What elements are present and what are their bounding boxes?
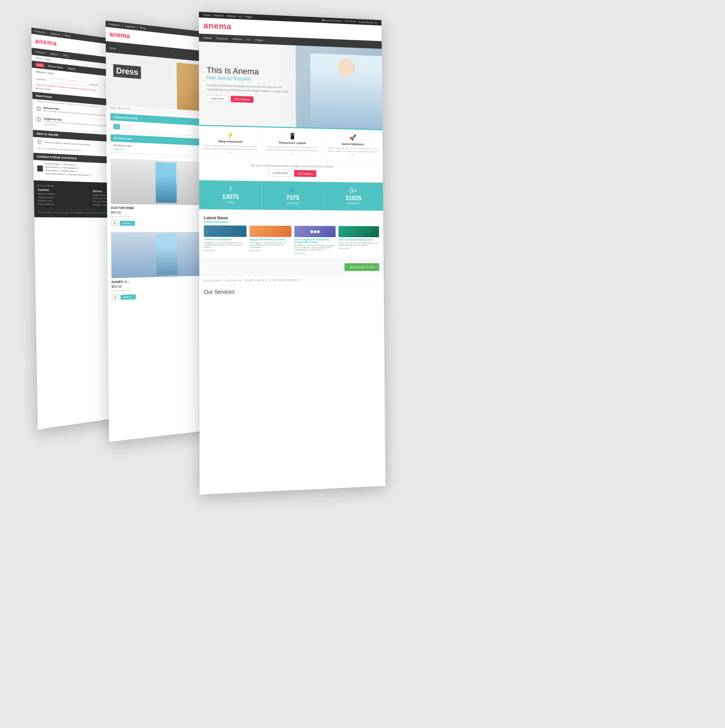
warpframe-link[interactable]: WarpFrame	[75, 212, 84, 214]
forum-topbar-blog[interactable]: Blog	[65, 34, 70, 38]
googleplus-label: Followers	[326, 202, 381, 205]
feature-responsive-title: Responsive Layout	[266, 141, 319, 145]
product-2-figure	[156, 234, 178, 275]
twitter-count: 7375	[265, 194, 320, 202]
forum-nav-layouts[interactable]: Layouts	[50, 52, 58, 56]
facebook-icon: f	[202, 186, 259, 193]
twitter-label: Followers	[265, 201, 320, 205]
hero-features-btn[interactable]: Our Features	[231, 96, 254, 103]
topic-icon-suggestion: 💬	[36, 116, 41, 122]
main-logo: anema	[203, 21, 231, 32]
news-title-2[interactable]: Happy 10th Birthday Joomla!	[249, 238, 292, 241]
scene: Features | Layouts | Blog anema Features…	[0, 0, 725, 728]
cta-text: We are a small creative team, trying to …	[204, 163, 379, 169]
social-twitter: 🐦 7375 Followers	[262, 181, 324, 210]
shop-logo: anema	[109, 30, 130, 40]
footer-customer-items: Terms & ConditionShipping ChargeShipping…	[38, 192, 90, 207]
main-topbar-pages[interactable]: Pages	[245, 15, 252, 18]
password-label: Password	[90, 83, 103, 87]
topbar-hours: SAT: 08 AM	[344, 20, 356, 23]
news-thumb-1	[204, 225, 246, 237]
online-text: Total users online: 0 Members and 1 Gues…	[44, 141, 90, 146]
news-desc-4: Do you want to start an online store? Th…	[339, 242, 379, 246]
news-item-1: Joomla 3.4.3 released Joomla 3.4.3 is no…	[204, 225, 247, 254]
product-1-figure	[155, 162, 177, 203]
main-topbar-home[interactable]: Home	[203, 13, 210, 16]
shop-topbar-blog[interactable]: Blog	[140, 26, 146, 30]
cta-buttons: ℹ Learn More Our Features	[204, 169, 379, 178]
social-facebook: f 13075 Likes	[199, 180, 262, 210]
forum-logo: anema	[35, 37, 57, 47]
currency-select[interactable]	[121, 125, 132, 130]
main-hero-image	[295, 45, 382, 129]
main-cta-bar: We are a small creative team, trying to …	[199, 158, 383, 183]
shop-hero-text: Dress	[113, 64, 141, 79]
feature-warp: ⚡ Warp Framework Nullam vulputate nibh a…	[199, 126, 262, 159]
footer-customer-title: Customer	[38, 189, 90, 192]
speed-icon: 🚀	[326, 133, 379, 141]
product-2-qty[interactable]: 1	[112, 293, 119, 300]
main-nav-home[interactable]: Home	[203, 36, 212, 40]
news-read-more-4[interactable]: Read More	[339, 247, 379, 249]
stats-text: Total Messages: 1 Total Topics: 1 Total …	[45, 162, 90, 177]
hero-learn-more-btn[interactable]: Learn More	[207, 95, 228, 102]
news-thumb-3: ⬣⬣⬣	[294, 226, 336, 237]
product-2-add-btn[interactable]: Add to...	[120, 294, 136, 300]
topic-icon-welcome: 💬	[36, 106, 41, 111]
facebook-count: 13075	[202, 193, 259, 201]
news-title-3[interactable]: One comparison: WordPress, Drupal and Jo…	[294, 238, 336, 244]
services-title: Our Services	[204, 288, 379, 295]
main-elegant-tagline: ELEGANT JOOMLA TEMPLATES FOR BUSINESS	[199, 275, 384, 285]
forum-tab-index[interactable]: Index	[35, 62, 44, 67]
news-item-2: Happy 10th Birthday Joomla! On August 17…	[249, 226, 292, 254]
topbar-phone: ☎ 04 800 POSMAN	[322, 19, 341, 22]
news-read-more-1[interactable]: Read More	[204, 249, 246, 252]
cta-learn-more-btn[interactable]: ℹ Learn More	[269, 170, 292, 177]
news-desc-2: On August 17 Joomla will turn ten. 10 ye…	[249, 241, 292, 248]
news-title-1[interactable]: Joomla 3.4.3 released	[204, 238, 246, 241]
news-desc-1: Joomla 3.4.3 is now available. This is a…	[204, 241, 246, 248]
shop-topbar-layouts[interactable]: Layouts	[125, 24, 135, 29]
product-1-qty[interactable]: 1	[111, 220, 118, 226]
news-thumb-2	[249, 226, 292, 237]
shop-nav-home[interactable]: Home	[110, 47, 116, 50]
news-title-4[interactable]: Top 5 Joomla shopping carts	[338, 238, 379, 241]
warp-icon: ⚡	[203, 131, 258, 139]
main-topbar-features[interactable]: Features	[213, 14, 224, 17]
online-user-icon	[37, 139, 43, 145]
feature-speed: 🚀 Speed Optimizer Nullam vulputate nibh …	[323, 129, 383, 161]
main-topbar-k2[interactable]: K2	[239, 15, 242, 18]
forum-topbar-layouts[interactable]: Layouts	[50, 32, 60, 36]
news-item-3: ⬣⬣⬣ One comparison: WordPress, Drupal an…	[294, 226, 336, 254]
forum-nav-blog[interactable]: Blog	[63, 54, 68, 57]
currency-symbol: $	[113, 124, 120, 130]
news-read-more-2[interactable]: Read More	[249, 249, 292, 252]
forum-topbar-features[interactable]: Features	[34, 30, 45, 34]
cta-features-btn[interactable]: Our Features	[294, 170, 317, 177]
main-nav-features[interactable]: Features	[216, 37, 228, 41]
news-title: Latest News	[204, 215, 228, 222]
main-hero-desc: It's clean and professional design is pe…	[207, 84, 289, 94]
main-services-section: Our Services	[199, 284, 384, 298]
hero-person	[310, 53, 382, 129]
main-topbar-addons[interactable]: Addons	[227, 15, 236, 18]
main-panel: Home Features Addons K2 Pages ☎ 04 800 P…	[199, 12, 385, 495]
forum-tab-search[interactable]: Search	[67, 66, 77, 71]
forum-tab-recent[interactable]: Recent Topics	[46, 64, 64, 70]
main-nav-pages[interactable]: Pages	[255, 38, 264, 42]
shop-topbar-features[interactable]: Features	[108, 22, 120, 27]
main-nav-k2[interactable]: K2	[247, 38, 251, 41]
feature-responsive: 📱 Responsive Layout Nullam vulputate nib…	[262, 127, 323, 160]
download-btn[interactable]: ⬇ Download it Now	[344, 263, 379, 271]
main-hero-buttons: Learn More Our Features	[207, 95, 289, 104]
forum-nav-features[interactable]: Features	[35, 51, 45, 54]
username-label: Username	[36, 78, 50, 82]
topbar-email: ✉ admin@mail.com	[358, 21, 377, 24]
news-desc-3: WordPress, Joomla and Drupal are open-so…	[294, 244, 336, 251]
product-1-add-btn[interactable]: Add to...	[120, 221, 135, 226]
main-features: ⚡ Warp Framework Nullam vulputate nibh a…	[199, 125, 382, 161]
main-nav-addons[interactable]: Addons	[232, 37, 242, 41]
main-hero-content: This Is Anema Free Joomla Template It's …	[207, 65, 289, 104]
news-read-more-3[interactable]: Read More	[294, 252, 336, 254]
main-news-section: Latest News Joomla 3.4.3 released Joomla…	[199, 209, 384, 259]
